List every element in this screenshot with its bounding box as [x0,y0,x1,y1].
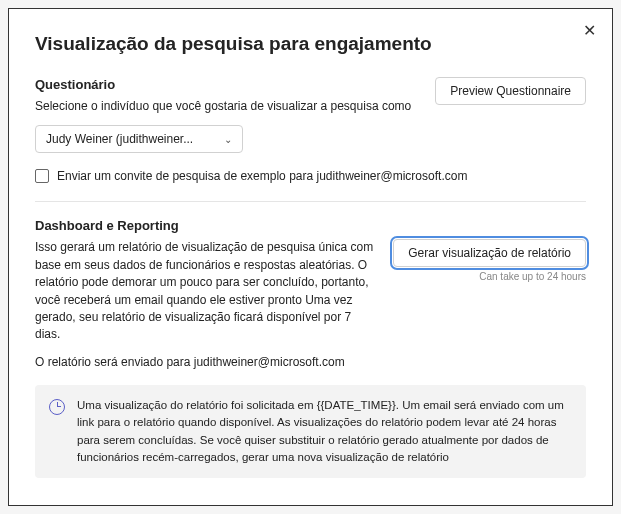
preview-questionnaire-button[interactable]: Preview Questionnaire [435,77,586,105]
info-banner: Uma visualização do relatório foi solici… [35,385,586,478]
info-text: Uma visualização do relatório foi solici… [77,397,572,466]
chevron-down-icon: ⌄ [224,134,232,145]
survey-preview-dialog: ✕ Visualização da pesquisa para engajame… [8,8,613,506]
send-sample-row: Enviar um convite de pesquisa de exemplo… [35,169,586,183]
dialog-title: Visualização da pesquisa para engajament… [35,33,586,55]
send-sample-checkbox[interactable] [35,169,49,183]
section-divider [35,201,586,202]
questionnaire-desc: Selecione o indivíduo que você gostaria … [35,98,419,115]
dashboard-desc: Isso gerará um relatório de visualização… [35,239,377,343]
questionnaire-heading: Questionário [35,77,419,92]
dashboard-heading: Dashboard e Reporting [35,218,586,233]
generate-hint: Can take up to 24 hours [393,271,586,282]
send-sample-label: Enviar um convite de pesquisa de exemplo… [57,169,467,183]
individual-dropdown[interactable]: Judy Weiner (judithweiner... ⌄ [35,125,243,153]
clock-icon [49,399,65,415]
generate-report-preview-button[interactable]: Gerar visualização de relatório [393,239,586,267]
dashboard-section: Dashboard e Reporting Isso gerará um rel… [35,218,586,478]
close-button[interactable]: ✕ [583,23,596,39]
questionnaire-section: Questionário Selecione o indivíduo que v… [35,77,586,153]
report-sent-to: O relatório será enviado para judithwein… [35,354,586,371]
dropdown-value: Judy Weiner (judithweiner... [46,132,193,146]
close-icon: ✕ [583,22,596,39]
